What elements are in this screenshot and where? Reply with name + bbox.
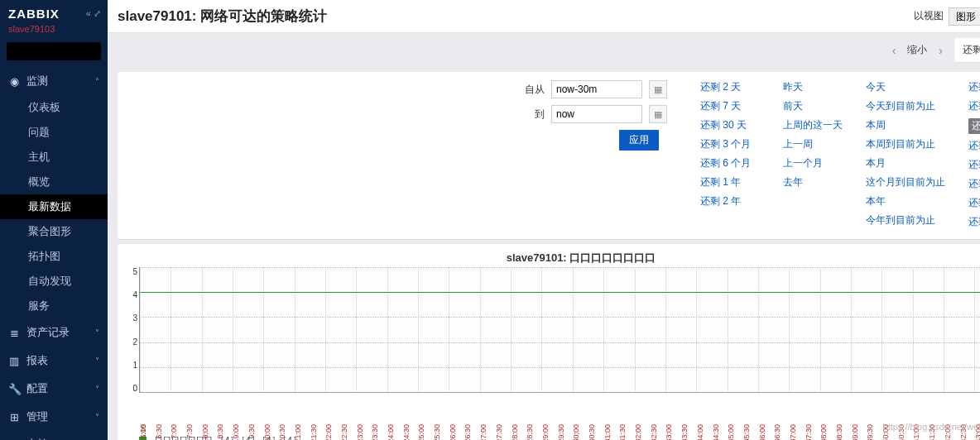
host-label: slave79103 — [0, 24, 108, 39]
plot-area[interactable] — [139, 267, 980, 393]
quick-range-link[interactable]: 这个月到目前为止 — [866, 175, 945, 189]
quick-range-link[interactable]: 本年 — [866, 194, 945, 208]
quick-range-link[interactable]: 还剩 1 小时 — [968, 139, 980, 153]
quick-range-link[interactable]: 还剩 2 天 — [700, 80, 760, 94]
nav-icon: ≣ — [8, 327, 20, 339]
x-tick: 21:33:00 — [665, 424, 673, 440]
x-tick: 21:18:30 — [216, 424, 224, 440]
x-tick: 21:39:00 — [851, 424, 859, 440]
y-axis: 543210 — [126, 267, 139, 393]
from-input[interactable] — [551, 80, 642, 98]
y-tick: 0 — [132, 384, 137, 393]
quick-range-link[interactable]: 上一周 — [783, 137, 843, 151]
x-tick: 21:34:30 — [712, 424, 720, 440]
quick-range-link[interactable]: 还剩 3 小时 — [968, 158, 980, 172]
x-tick: 21:39:30 — [866, 424, 874, 440]
nav-icon: ▥ — [8, 355, 20, 367]
view-select[interactable]: 图形 — [949, 7, 980, 26]
quick-range-link[interactable]: 还剩 1 年 — [700, 175, 760, 189]
x-tick: 21:24:30 — [402, 424, 411, 440]
x-tick: 21:21:00 — [294, 424, 302, 440]
nav-item[interactable]: 主机 — [0, 145, 108, 170]
x-tick: 21:22:30 — [340, 424, 348, 440]
x-tick: 21:30:30 — [588, 424, 596, 440]
y-tick: 5 — [132, 267, 137, 276]
sidebar-collapse-controls[interactable]: « ⤢ — [86, 8, 101, 19]
titlebar: slave79101: 网络可达的策略统计 以视图 图形 ☆ ⛶ — [108, 0, 980, 33]
nav-section-0[interactable]: ◉监测˄ — [0, 67, 108, 95]
quick-range-link[interactable]: 本周到目前为止 — [866, 137, 945, 151]
quick-range-link[interactable]: 本月 — [866, 156, 945, 170]
x-tick: 21:40:30 — [897, 424, 906, 440]
x-tick: 21:23:00 — [356, 424, 364, 440]
time-nav: ‹ 缩小 › 还剩 30 分钟 🕓 — [108, 33, 980, 67]
quick-range-link[interactable]: 还剩 6 个月 — [700, 156, 760, 170]
time-range-label: 还剩 30 分钟 — [963, 43, 980, 57]
quick-range-link[interactable]: 还剩 5 分钟 — [968, 80, 980, 94]
quick-range-link[interactable]: 还剩 15 分钟 — [968, 99, 980, 113]
time-prev-icon[interactable]: ‹ — [891, 44, 898, 57]
quick-range-link[interactable]: 还剩 7 天 — [700, 99, 760, 113]
nav-section-4[interactable]: ⊞管理˅ — [0, 403, 108, 431]
apply-button[interactable]: 应用 — [619, 130, 659, 151]
nav-section-2[interactable]: ▥报表˅ — [0, 347, 108, 375]
quick-range-link[interactable]: 本周 — [866, 118, 945, 132]
x-tick: 21:16:00 — [139, 424, 147, 440]
nav-section-1[interactable]: ≣资产记录˅ — [0, 318, 108, 347]
x-tick: 21:33:30 — [680, 424, 689, 440]
x-tick: 21:36:00 — [758, 424, 766, 440]
to-calendar-icon[interactable]: ▦ — [649, 105, 667, 123]
nav-item[interactable]: 自动发现 — [0, 269, 108, 294]
quick-range-link[interactable]: 去年 — [783, 175, 843, 189]
x-tick: 21:20:30 — [278, 424, 286, 440]
x-tick: 21:40:00 — [882, 424, 890, 440]
quick-range-link[interactable]: 还剩 6 小时 — [968, 177, 980, 191]
nav-item[interactable]: 概览 — [0, 170, 108, 194]
x-tick: 21:36:30 — [773, 424, 781, 440]
time-next-icon[interactable]: › — [937, 44, 944, 57]
title-controls: 以视图 图形 ☆ ⛶ — [914, 7, 980, 26]
x-tick: 21:18:00 — [201, 424, 209, 440]
quick-range-link[interactable]: 还剩 3 个月 — [700, 137, 760, 151]
quick-range-link[interactable]: 还剩 30 天 — [700, 118, 760, 132]
x-tick: 21:19:30 — [247, 424, 256, 440]
time-select-panel: 自从 ▦ 到 ▦ 应用 还剩 2 天还剩 7 天还剩 30 天还剩 3 个月还剩… — [118, 72, 980, 239]
quick-range-link[interactable]: 今天到目前为止 — [866, 99, 945, 113]
nav-item[interactable]: 问题 — [0, 120, 108, 145]
quick-range-link[interactable]: 前天 — [783, 99, 843, 113]
search-box[interactable]: 🔍 — [7, 42, 101, 60]
quick-range-link[interactable]: 上周的这一天 — [783, 118, 843, 132]
zoom-out-link[interactable]: 缩小 — [907, 43, 927, 57]
x-tick: 21:16:30 — [155, 424, 163, 440]
quick-range-link[interactable]: 昨天 — [783, 80, 843, 94]
nav-section-3[interactable]: 🔧配置˅ — [0, 375, 108, 403]
x-tick: 21:29:00 — [541, 424, 550, 440]
to-input[interactable] — [551, 105, 642, 123]
x-tick: 21:41:00 — [912, 424, 920, 440]
chevron-icon: ˅ — [95, 328, 99, 337]
quick-range-link[interactable]: 今年到目前为止 — [866, 213, 945, 227]
quick-range-link[interactable]: 还剩 12 小时 — [968, 196, 980, 210]
quick-range-link[interactable]: 还剩 2 年 — [700, 194, 760, 208]
x-tick: 21:26:30 — [464, 424, 472, 440]
logo[interactable]: ZABBIX — [8, 7, 60, 21]
nav-icon: ⊞ — [8, 411, 20, 423]
footer-item-0[interactable]: ◐支持 — [0, 431, 108, 440]
nav-item[interactable]: 最新数据 — [0, 194, 108, 219]
quick-range-link[interactable]: 还剩 30 分钟 — [968, 118, 980, 134]
quick-range-link[interactable]: 还剩 1 天 — [968, 215, 980, 229]
nav-item[interactable]: 仪表板 — [0, 95, 108, 120]
nav-item[interactable]: 拓扑图 — [0, 244, 108, 269]
x-tick: 21:42:00 — [944, 424, 952, 440]
nav-item[interactable]: 服务 — [0, 294, 108, 318]
time-range-current[interactable]: 还剩 30 分钟 🕓 — [954, 38, 980, 62]
from-calendar-icon[interactable]: ▦ — [649, 80, 667, 98]
x-tick: 21:24:00 — [387, 424, 395, 440]
y-tick: 2 — [132, 337, 137, 347]
x-tick: 21:27:00 — [479, 424, 488, 440]
page-title: slave79101: 网络可达的策略统计 — [118, 7, 327, 26]
quick-range-link[interactable]: 今天 — [866, 80, 945, 94]
quick-range-link[interactable]: 上一个月 — [783, 156, 843, 170]
nav-item[interactable]: 聚合图形 — [0, 219, 108, 244]
x-tick: 21:23:30 — [371, 424, 379, 440]
